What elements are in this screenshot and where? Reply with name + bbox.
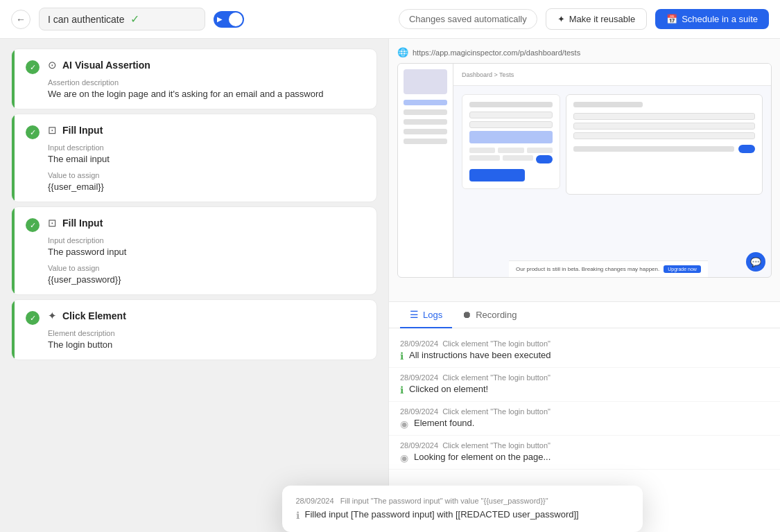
toggle-knob (229, 12, 243, 26)
check-icon: ✓ (130, 12, 139, 26)
log-date: 28/09/2024 Click element "The login butt… (400, 407, 769, 416)
step-title: Fill Input (62, 125, 103, 136)
step-card[interactable]: ✓ ✦ Click Element Element description Th… (11, 299, 377, 360)
mock-content (453, 86, 771, 203)
step-card[interactable]: ✓ ⊡ Fill Input Input description The pas… (11, 206, 377, 295)
log-pending-icon: ◉ (400, 452, 408, 463)
field-label: Input description (48, 236, 365, 245)
mock-row-cell (573, 146, 734, 152)
field-value: We are on the login page and it's asking… (48, 89, 365, 99)
preview-area: 🌐 https://app.magicinspector.com/p/dashb… (389, 39, 780, 302)
field-label: Value to assign (48, 264, 365, 272)
field-value: {{user_password}} (48, 274, 365, 285)
back-icon: ← (16, 14, 26, 25)
mock-cell (469, 155, 500, 161)
log-entry: 28/09/2024 Click element "The login butt… (389, 368, 780, 402)
url-text: https://app.magicinspector.com/p/dashboa… (413, 48, 580, 57)
mock-breadcrumb: Dashboard > Tests (462, 71, 514, 78)
app-header: ← I can authenticate ✓ ▶ Changes saved a… (0, 0, 780, 39)
field-label: Element description (48, 329, 365, 337)
log-text: Element found. (414, 418, 474, 428)
mock-nav-item (404, 129, 447, 134)
mock-input (469, 121, 553, 128)
mock-topbar: Dashboard > Tests (453, 64, 771, 86)
log-entry: 28/09/2024 Click element "The login butt… (389, 436, 780, 470)
mock-input (469, 112, 553, 118)
right-panel: 🌐 https://app.magicinspector.com/p/dashb… (388, 39, 780, 532)
step-check-icon: ✓ (26, 311, 40, 325)
mock-field (573, 132, 755, 139)
log-pending-icon: ◉ (400, 418, 408, 429)
field-label: Assertion description (48, 78, 365, 87)
upgrade-text: Our product is still in beta. Breaking c… (516, 266, 659, 272)
step-check-icon: ✓ (26, 60, 40, 74)
step-card[interactable]: ✓ ⊡ Fill Input Input description The ema… (11, 114, 377, 202)
tooltip-message: ℹ Filled input [The password input] with… (388, 509, 629, 521)
logs-icon: ☰ (410, 309, 419, 320)
field-label: Input description (48, 143, 365, 152)
tab-logs[interactable]: ☰ Logs (400, 302, 452, 328)
chat-bubble: 💬 (746, 252, 765, 272)
schedule-button[interactable]: 📅 Schedule in a suite (655, 9, 769, 29)
field-label: Value to assign (48, 171, 365, 179)
step-type-icon: ⊙ (48, 59, 57, 71)
steps-panel: ✓ ⊙ AI Visual Assertion Assertion descri… (0, 39, 388, 532)
step-title: AI Visual Assertion (62, 60, 150, 71)
main-content: ✓ ⊙ AI Visual Assertion Assertion descri… (0, 39, 780, 532)
mock-table-row (469, 155, 553, 163)
mock-upgrade-notice: Our product is still in beta. Breaking c… (509, 260, 708, 277)
log-message: ℹ Clicked on element! (400, 384, 769, 396)
step-title: Fill Input (62, 218, 103, 229)
mock-logo (404, 69, 447, 94)
mock-cell (503, 155, 533, 161)
step-card[interactable]: ✓ ⊙ AI Visual Assertion Assertion descri… (11, 48, 377, 109)
back-button[interactable]: ← (11, 10, 31, 29)
step-status-bar (12, 114, 15, 202)
step-type-icon: ✦ (48, 310, 57, 322)
tab-recording-label: Recording (476, 310, 517, 320)
mock-row-toggle (738, 145, 755, 153)
step-status-bar (12, 300, 15, 360)
mock-main-content: Dashboard > Tests (453, 64, 771, 277)
step-type-icon: ⊡ (48, 124, 57, 136)
mock-field (573, 113, 755, 120)
log-date: 28/09/2024 Click element "The login butt… (400, 339, 769, 348)
field-value: {{user_email}} (48, 181, 365, 192)
mock-upgrade-button: Upgrade now (664, 265, 701, 273)
url-bar: 🌐 https://app.magicinspector.com/p/dashb… (397, 47, 772, 57)
step-status-bar (12, 49, 15, 109)
make-reusable-button[interactable]: ✦ Make it reusable (546, 8, 647, 30)
mock-cell (527, 148, 553, 153)
mock-nav-item (404, 109, 447, 115)
log-message: ◉ Looking for element on the page... (400, 452, 769, 463)
globe-icon: 🌐 (397, 47, 408, 57)
log-text: Clicked on element! (409, 384, 488, 394)
log-text: All instructions have been executed (409, 350, 551, 360)
toggle-switch[interactable]: ▶ (214, 11, 244, 28)
mock-nav-item (404, 119, 447, 125)
log-text: Looking for element on the page... (414, 452, 551, 462)
mock-cell (498, 148, 523, 153)
step-check-icon: ✓ (26, 125, 40, 139)
field-value: The password input (48, 247, 365, 257)
screenshot-frame: Dashboard > Tests (397, 63, 772, 278)
mock-right-sidebar (566, 94, 763, 195)
step-title: Click Element (62, 310, 126, 321)
mock-nav-item (404, 100, 447, 105)
test-name-text: I can authenticate (48, 14, 125, 25)
tab-recording[interactable]: ⏺ Recording (452, 302, 526, 328)
mock-cell (469, 148, 495, 153)
mock-nav-item (404, 139, 447, 144)
test-name-field[interactable]: I can authenticate ✓ (39, 8, 205, 30)
calendar-icon: 📅 (666, 14, 677, 24)
saved-status: Changes saved automatically (399, 9, 537, 29)
step-type-icon: ⊡ (48, 217, 57, 229)
mock-cta-button (469, 169, 525, 181)
tooltip-text: Filled input [The password input] with [… (388, 509, 579, 520)
log-entry: 28/09/2024 Click element "The login butt… (389, 334, 780, 368)
toggle-icon: ▶ (217, 15, 223, 23)
mock-card-title (469, 102, 553, 107)
mock-screenshot: Dashboard > Tests (398, 64, 771, 277)
tooltip-date: 28/09/2024 Fill input "The password inpu… (388, 497, 629, 505)
log-message: ℹ All instructions have been executed (400, 350, 769, 362)
